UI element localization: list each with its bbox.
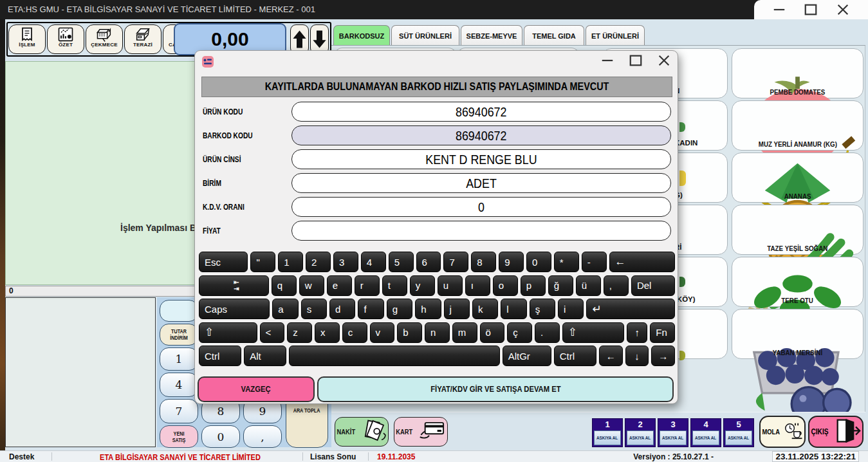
birim-input[interactable]: ADET bbox=[291, 173, 671, 193]
islem-button[interactable]: İŞLEM bbox=[8, 24, 46, 54]
tab-barkodsuz[interactable]: BARKODSUZ bbox=[333, 25, 390, 46]
key-arrow-left[interactable]: ← bbox=[599, 346, 623, 366]
key-p[interactable]: p bbox=[521, 275, 546, 296]
askiya-al-button-3[interactable]: ASKIYA AL bbox=[660, 430, 687, 445]
key-k[interactable]: k bbox=[472, 299, 498, 319]
cikis-button[interactable]: ÇIKIŞ bbox=[808, 416, 863, 448]
keypad-function-button[interactable] bbox=[160, 300, 198, 322]
key-alt[interactable]: Alt bbox=[244, 346, 286, 366]
key-n[interactable]: n bbox=[425, 322, 450, 343]
key-arrow-down[interactable]: ↓ bbox=[625, 346, 649, 366]
key-a[interactable]: a bbox=[272, 299, 298, 319]
key-c[interactable]: c bbox=[342, 322, 367, 343]
yeni-satis-button[interactable]: YENI SATIŞ bbox=[160, 425, 198, 448]
tab-temel-gida[interactable]: TEMEL GIDA bbox=[524, 25, 584, 46]
tutar-indirim-button[interactable]: TUTAR İNDİRİM bbox=[160, 324, 198, 346]
key-fn[interactable]: Fn bbox=[650, 322, 675, 343]
key-m[interactable]: m bbox=[452, 322, 477, 343]
key-1[interactable]: 1 bbox=[278, 252, 303, 272]
kart-button[interactable]: KART bbox=[394, 417, 448, 447]
key-y[interactable]: y bbox=[410, 275, 435, 296]
key-7[interactable]: 7 bbox=[443, 252, 468, 272]
dialog-close-button[interactable] bbox=[656, 53, 672, 68]
key-esc[interactable]: Esc bbox=[199, 252, 248, 272]
key-minus[interactable]: - bbox=[582, 252, 607, 272]
destek-link[interactable]: Destek bbox=[9, 452, 34, 461]
mola-button[interactable]: MOLA bbox=[759, 416, 806, 448]
key-2[interactable]: 2 bbox=[306, 252, 331, 272]
key-f[interactable]: f bbox=[358, 299, 383, 319]
key-s-cedilla[interactable]: ş bbox=[530, 299, 555, 319]
key-v[interactable]: v bbox=[370, 322, 395, 343]
key-i[interactable]: i bbox=[558, 299, 584, 319]
key-j[interactable]: j bbox=[444, 299, 470, 319]
key-tab[interactable]: ⇤ ⇥ bbox=[199, 275, 269, 296]
close-button[interactable] bbox=[835, 3, 851, 17]
key-backspace[interactable]: ← bbox=[609, 252, 675, 272]
askiya-al-button-4[interactable]: ASKIYA AL bbox=[692, 430, 719, 445]
urun-kodu-input[interactable]: 86940672 bbox=[291, 102, 671, 122]
key-ctrl-right[interactable]: Ctrl bbox=[554, 346, 596, 366]
nakit-button[interactable]: NAKİT bbox=[335, 417, 389, 447]
askiya-al-button-2[interactable]: ASKIYA AL bbox=[627, 430, 654, 445]
keypad-1[interactable]: 1 bbox=[160, 347, 198, 371]
key-4[interactable]: 4 bbox=[361, 252, 386, 272]
key-caps[interactable]: Caps bbox=[199, 299, 270, 319]
key-shift-left[interactable]: ⇧ bbox=[199, 322, 257, 343]
key-shift-right[interactable]: ⇧ bbox=[562, 322, 624, 343]
fiyat-input[interactable] bbox=[291, 221, 671, 241]
key-altgr[interactable]: AltGr bbox=[503, 346, 551, 366]
terazi-button[interactable]: TERAZİ bbox=[124, 24, 162, 54]
key-quote[interactable]: " bbox=[250, 252, 275, 272]
key-0[interactable]: 0 bbox=[526, 252, 551, 272]
key-delete[interactable]: Del bbox=[631, 275, 675, 296]
key-w[interactable]: w bbox=[299, 275, 324, 296]
key-5[interactable]: 5 bbox=[389, 252, 414, 272]
key-3[interactable]: 3 bbox=[333, 252, 358, 272]
product-button-yaban-mersini[interactable]: YABAN MERSİNİ bbox=[732, 309, 863, 359]
cekmece-button[interactable]: ÇEKMECE bbox=[86, 24, 123, 54]
key-b[interactable]: b bbox=[397, 322, 422, 343]
keypad-0[interactable]: 0 bbox=[201, 425, 240, 448]
product-button-pembe-domates[interactable]: PEMBE DOMATES bbox=[732, 48, 863, 98]
askiya-al-button-1[interactable]: ASKIYA AL bbox=[594, 430, 621, 445]
key-o-umlaut[interactable]: ö bbox=[480, 322, 505, 343]
vazgec-button[interactable]: VAZGEÇ bbox=[198, 376, 315, 402]
keypad-4[interactable]: 4 bbox=[160, 373, 198, 397]
keypad-comma[interactable]: , bbox=[243, 425, 282, 448]
minimize-button[interactable] bbox=[771, 3, 788, 17]
key-g-breve[interactable]: ğ bbox=[548, 275, 573, 296]
key-d[interactable]: d bbox=[329, 299, 355, 319]
key-space[interactable] bbox=[289, 346, 499, 366]
ozet-button[interactable]: ÖZET bbox=[47, 24, 84, 54]
key-9[interactable]: 9 bbox=[499, 252, 524, 272]
key-i-dotless[interactable]: ı bbox=[465, 275, 490, 296]
key-ctrl-left[interactable]: Ctrl bbox=[199, 346, 241, 366]
key-8[interactable]: 8 bbox=[471, 252, 496, 272]
key-star[interactable]: * bbox=[554, 252, 579, 272]
key-t[interactable]: t bbox=[382, 275, 407, 296]
key-q[interactable]: q bbox=[272, 275, 297, 296]
key-r[interactable]: r bbox=[355, 275, 380, 296]
product-button-tere-otu[interactable]: TERE OTU bbox=[732, 257, 863, 307]
tab-sebze-meyve[interactable]: SEBZE-MEYVE bbox=[461, 25, 522, 46]
product-button-muz-yerli-anamur[interactable]: MUZ YERLİ ANAMUR (KG) bbox=[732, 100, 863, 151]
key-s[interactable]: s bbox=[301, 299, 327, 319]
key-x[interactable]: x bbox=[315, 322, 340, 343]
key-o[interactable]: o bbox=[493, 275, 518, 296]
dialog-minimize-button[interactable] bbox=[599, 53, 616, 68]
key-less-than[interactable]: < bbox=[260, 322, 285, 343]
key-6[interactable]: 6 bbox=[416, 252, 441, 272]
confirm-button[interactable]: FİYAT/KDV GİR VE SATIŞA DEVAM ET bbox=[317, 376, 674, 402]
kdv-orani-input[interactable]: 0 bbox=[291, 197, 671, 217]
key-l[interactable]: l bbox=[501, 299, 526, 319]
product-button-taze-yesil-sogan[interactable]: TAZE YEŞİL SOĞAN bbox=[732, 205, 863, 255]
maximize-button[interactable] bbox=[802, 3, 819, 17]
key-arrow-right[interactable]: → bbox=[651, 346, 675, 366]
keypad-7[interactable]: 7 bbox=[160, 399, 198, 423]
key-u[interactable]: u bbox=[438, 275, 463, 296]
product-button-ananas[interactable]: ANANAS bbox=[732, 152, 863, 203]
key-period[interactable]: . bbox=[535, 322, 560, 343]
key-c-cedilla[interactable]: ç bbox=[507, 322, 532, 343]
dialog-maximize-button[interactable] bbox=[627, 53, 644, 68]
